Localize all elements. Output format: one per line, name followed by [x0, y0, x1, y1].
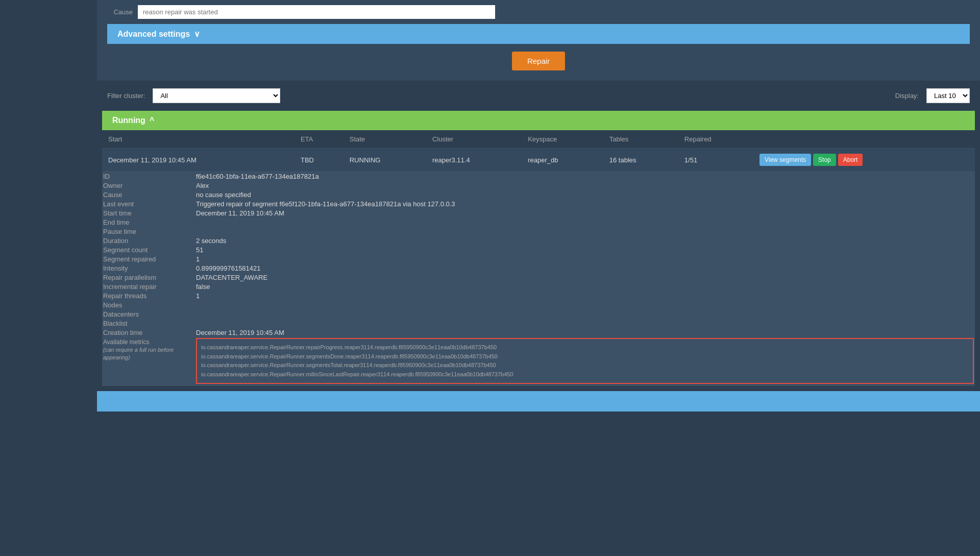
cell-eta: TBD [295, 149, 344, 172]
detail-last-event-label: Last event [103, 200, 195, 208]
detail-cause-row: Cause no cause specified [103, 191, 974, 199]
col-cluster: Cluster [426, 130, 522, 149]
detail-duration-row: Duration 2 seconds [103, 237, 974, 245]
detail-cause-label: Cause [103, 191, 195, 199]
cause-input[interactable] [138, 5, 495, 19]
cell-repaired: 1/51 [678, 149, 753, 172]
repair-button[interactable]: Repair [512, 52, 565, 70]
sidebar [0, 0, 97, 556]
running-label: Running [112, 116, 145, 125]
detail-incremental-repair-row: Incremental repair false [103, 283, 974, 291]
main-content: Running ^ Start ETA State Cluster Keyspa… [97, 111, 980, 386]
display-select[interactable]: Last 10 Last 25 Last 50 All [926, 88, 970, 103]
detail-start-time-label: Start time [103, 209, 195, 217]
bottom-section [97, 391, 980, 412]
detail-available-metrics-row: Available metrics (can require a full ru… [103, 338, 974, 384]
metric-item: io.cassandrareaper.service.RepairRunner.… [201, 370, 969, 379]
cause-label: Cause [107, 8, 133, 16]
detail-repair-parallelism-row: Repair parallelism DATACENTER_AWARE [103, 274, 974, 282]
top-form-area: Cause Advanced settings ∨ Repair [97, 0, 980, 81]
detail-table: ID f6e41c60-1bfa-11ea-a677-134ea187821a … [102, 172, 975, 385]
filter-cluster-label: Filter cluster: [107, 92, 145, 100]
abort-button[interactable]: Abort [838, 154, 863, 166]
metrics-values: io.cassandrareaper.service.RepairRunner.… [201, 343, 969, 379]
detail-pause-time-label: Pause time [103, 228, 195, 236]
detail-repair-threads-label: Repair threads [103, 292, 195, 300]
advanced-settings-label: Advanced settings [117, 30, 190, 39]
detail-intensity-label: Intensity [103, 264, 195, 273]
detail-start-time-value: December 11, 2019 10:45 AM [196, 209, 974, 217]
running-section-header[interactable]: Running ^ [102, 111, 975, 130]
advanced-settings-bar[interactable]: Advanced settings ∨ [107, 24, 970, 44]
detail-available-metrics-label: Available metrics (can require a full ru… [103, 338, 195, 384]
detail-datacenters-value [196, 310, 974, 319]
detail-id-label: ID [103, 173, 195, 181]
metrics-label: Available metrics [103, 339, 149, 346]
detail-segment-repaired-label: Segment repaired [103, 255, 195, 263]
detail-blacklist-row: Blacklist [103, 320, 974, 328]
detail-nodes-value [196, 301, 974, 309]
running-table-container: Start ETA State Cluster Keyspace Tables … [102, 130, 975, 386]
cell-keyspace: reaper_db [522, 149, 603, 172]
metrics-sublabel: (can require a full run before appearing… [103, 347, 174, 360]
detail-owner-label: Owner [103, 182, 195, 190]
detail-segment-repaired-row: Segment repaired 1 [103, 255, 974, 263]
detail-repair-parallelism-value: DATACENTER_AWARE [196, 274, 974, 282]
detail-blacklist-label: Blacklist [103, 320, 195, 328]
detail-end-time-label: End time [103, 219, 195, 227]
filter-display-row: Filter cluster: All Display: Last 10 Las… [97, 81, 980, 111]
cause-row: Cause [107, 5, 970, 19]
detail-segment-count-value: 51 [196, 246, 974, 254]
col-keyspace: Keyspace [522, 130, 603, 149]
chevron-up-icon: ^ [150, 116, 154, 125]
detail-end-time-row: End time [103, 219, 974, 227]
chevron-down-icon: ∨ [194, 29, 200, 39]
filter-cluster-select[interactable]: All [153, 88, 280, 103]
detail-start-time-row: Start time December 11, 2019 10:45 AM [103, 209, 974, 217]
detail-nodes-row: Nodes [103, 301, 974, 309]
detail-repair-threads-value: 1 [196, 292, 974, 300]
cell-state: RUNNING [344, 149, 426, 172]
cell-actions: View segments Stop Abort [753, 149, 975, 172]
table-header-row: Start ETA State Cluster Keyspace Tables … [102, 130, 975, 149]
detail-id-value: f6e41c60-1bfa-11ea-a677-134ea187821a [196, 173, 974, 181]
detail-last-event-value: Triggered repair of segment f6e5f120-1bf… [196, 200, 974, 208]
col-eta: ETA [295, 130, 344, 149]
detail-duration-value: 2 seconds [196, 237, 974, 245]
detail-pause-time-row: Pause time [103, 228, 974, 236]
detail-repair-threads-row: Repair threads 1 [103, 292, 974, 300]
detail-intensity-row: Intensity 0.8999999761581421 [103, 264, 974, 273]
detail-incremental-repair-label: Incremental repair [103, 283, 195, 291]
stop-button[interactable]: Stop [813, 154, 836, 166]
detail-duration-label: Duration [103, 237, 195, 245]
detail-cause-value: no cause specified [196, 191, 974, 199]
detail-datacenters-label: Datacenters [103, 310, 195, 319]
detail-end-time-value [196, 219, 974, 227]
detail-creation-time-label: Creation time [103, 329, 195, 337]
metrics-box: io.cassandrareaper.service.RepairRunner.… [196, 338, 974, 384]
detail-datacenters-row: Datacenters [103, 310, 974, 319]
detail-creation-time-row: Creation time December 11, 2019 10:45 AM [103, 329, 974, 337]
detail-repair-parallelism-label: Repair parallelism [103, 274, 195, 282]
cell-cluster: reaper3.11.4 [426, 149, 522, 172]
detail-nodes-label: Nodes [103, 301, 195, 309]
col-repaired: Repaired [678, 130, 753, 149]
detail-owner-row: Owner Alex [103, 182, 974, 190]
detail-id-row: ID f6e41c60-1bfa-11ea-a677-134ea187821a [103, 173, 974, 181]
col-state: State [344, 130, 426, 149]
metric-item: io.cassandrareaper.service.RepairRunner.… [201, 343, 969, 352]
cell-tables: 16 tables [603, 149, 678, 172]
view-segments-button[interactable]: View segments [760, 154, 811, 166]
col-tables: Tables [603, 130, 678, 149]
detail-pause-time-value [196, 228, 974, 236]
detail-segment-count-label: Segment count [103, 246, 195, 254]
col-start: Start [102, 130, 295, 149]
repairs-table: Start ETA State Cluster Keyspace Tables … [102, 130, 975, 386]
detail-owner-value: Alex [196, 182, 974, 190]
metric-item: io.cassandrareaper.service.RepairRunner.… [201, 361, 969, 370]
col-actions [753, 130, 975, 149]
display-label: Display: [895, 92, 919, 100]
detail-incremental-repair-value: false [196, 283, 974, 291]
detail-row: ID f6e41c60-1bfa-11ea-a677-134ea187821a … [102, 172, 975, 386]
detail-creation-time-value: December 11, 2019 10:45 AM [196, 329, 974, 337]
